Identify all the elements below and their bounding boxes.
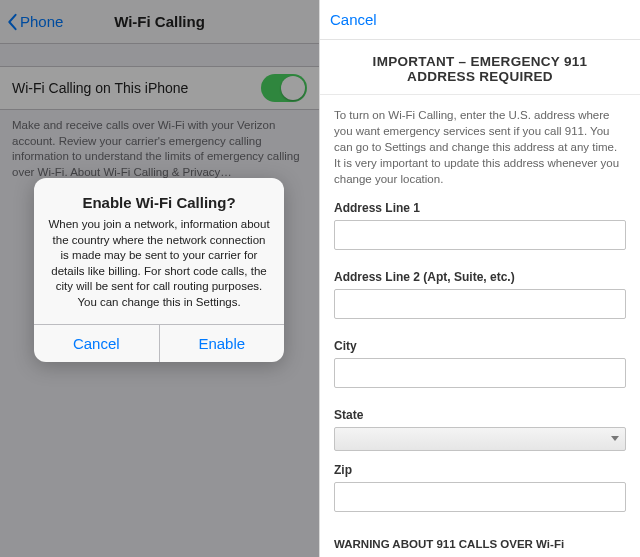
input-address-2[interactable] <box>334 289 626 319</box>
label-zip: Zip <box>334 463 626 477</box>
label-address-1: Address Line 1 <box>334 201 626 215</box>
form-header: Cancel <box>320 0 640 40</box>
warning-heading: WARNING ABOUT 911 CALLS OVER Wi-Fi <box>334 538 626 550</box>
label-address-2: Address Line 2 (Apt, Suite, etc.) <box>334 270 626 284</box>
label-state: State <box>334 408 626 422</box>
form-title: IMPORTANT – EMERGENCY 911 ADDRESS REQUIR… <box>320 40 640 95</box>
alert-body: Enable Wi-Fi Calling? When you join a ne… <box>34 178 284 324</box>
form-content: To turn on Wi-Fi Calling, enter the U.S.… <box>320 95 640 557</box>
select-state[interactable] <box>334 427 626 451</box>
cancel-button[interactable]: Cancel <box>330 11 377 28</box>
alert-enable-button[interactable]: Enable <box>159 325 285 362</box>
enable-wifi-calling-alert: Enable Wi-Fi Calling? When you join a ne… <box>34 178 284 362</box>
label-city: City <box>334 339 626 353</box>
input-address-1[interactable] <box>334 220 626 250</box>
e911-address-form: Cancel IMPORTANT – EMERGENCY 911 ADDRESS… <box>319 0 640 557</box>
alert-buttons: Cancel Enable <box>34 324 284 362</box>
input-zip[interactable] <box>334 482 626 512</box>
form-intro: To turn on Wi-Fi Calling, enter the U.S.… <box>334 107 626 187</box>
alert-message: When you join a network, information abo… <box>48 217 270 310</box>
alert-cancel-button[interactable]: Cancel <box>34 325 159 362</box>
settings-screen-wifi-calling: Phone Wi-Fi Calling Wi-Fi Calling on Thi… <box>0 0 319 557</box>
input-city[interactable] <box>334 358 626 388</box>
alert-title: Enable Wi-Fi Calling? <box>48 194 270 211</box>
